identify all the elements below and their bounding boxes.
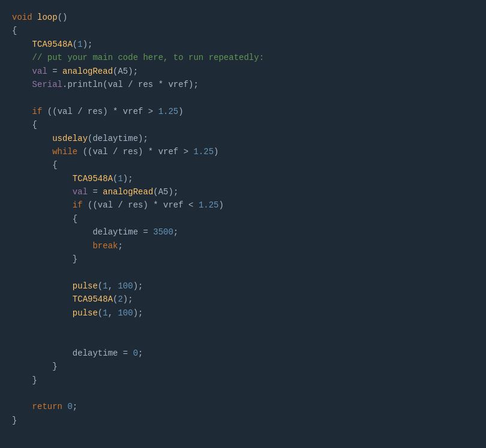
code-line: [12, 387, 474, 400]
code-line: }: [12, 414, 474, 427]
code-token: pulse: [73, 279, 98, 293]
code-token: 1.25: [199, 199, 219, 212]
code-token: [12, 145, 52, 158]
code-token: [12, 212, 73, 225]
code-token: 1: [77, 38, 82, 51]
code-token: break: [92, 239, 118, 252]
code-token: [12, 118, 32, 131]
code-token: 2: [118, 293, 122, 306]
code-token: (: [98, 279, 103, 293]
code-token: val: [73, 185, 88, 199]
code-token: );: [133, 279, 143, 293]
code-line: val = analogRead(A5);: [12, 185, 474, 199]
code-token: }: [32, 374, 37, 387]
code-token: [12, 65, 32, 78]
code-line: delaytime = 0;: [12, 347, 474, 360]
code-token: [12, 38, 32, 51]
code-token: delaytime =: [73, 347, 133, 360]
code-token: );: [123, 172, 133, 185]
code-token: ;: [173, 225, 178, 239]
code-token: }: [52, 360, 57, 373]
code-token: );: [123, 293, 133, 306]
code-token: ,: [108, 279, 118, 293]
code-token: (: [113, 172, 118, 185]
code-line: }: [12, 252, 474, 266]
code-token: analogRead: [62, 65, 113, 78]
code-line: }: [12, 374, 474, 387]
code-line: break;: [12, 239, 474, 252]
code-line: [12, 320, 474, 333]
code-token: [12, 374, 32, 387]
code-line: TCA9548A(2);: [12, 293, 474, 306]
code-token: void: [12, 11, 37, 24]
code-token: [12, 132, 52, 145]
code-token: [12, 293, 73, 306]
code-token: ;: [118, 239, 122, 252]
code-token: ): [218, 199, 223, 212]
code-line: {: [12, 118, 474, 131]
code-line: TCA9548A(1);: [12, 172, 474, 185]
code-token: [12, 78, 32, 91]
code-token: {: [32, 118, 37, 131]
code-token: {: [12, 24, 17, 37]
code-token: Serial: [32, 78, 62, 91]
code-token: TCA9548A: [73, 172, 113, 185]
code-token: {: [73, 212, 77, 225]
code-token: );: [133, 306, 143, 320]
code-token: 3500: [153, 225, 173, 239]
code-line: [12, 266, 474, 279]
code-token: (): [58, 11, 68, 24]
code-token: (: [113, 293, 118, 306]
code-token: pulse: [73, 306, 98, 320]
code-line: {: [12, 158, 474, 172]
code-token: 0: [133, 347, 138, 360]
code-line: if ((val / res) * vref > 1.25): [12, 105, 474, 118]
code-token: ): [214, 145, 218, 158]
code-token: (: [73, 38, 77, 51]
code-line: return 0;: [12, 400, 474, 413]
code-token: 1: [103, 279, 107, 293]
code-token: val: [32, 65, 47, 78]
code-token: 100: [118, 306, 133, 320]
code-token: 0: [67, 400, 72, 413]
code-token: [12, 105, 32, 118]
code-token: ((val / res) * vref >: [77, 145, 193, 158]
code-token: .println(val / res * vref);: [62, 78, 199, 91]
code-token: [12, 51, 32, 64]
code-editor: void loop(){ TCA9548A(1); // put your ma…: [0, 6, 486, 439]
code-token: [12, 158, 52, 172]
code-token: delaytime =: [92, 225, 153, 239]
code-token: =: [47, 65, 62, 78]
code-line: TCA9548A(1);: [12, 38, 474, 51]
code-token: ): [178, 105, 183, 118]
code-line: [12, 333, 474, 346]
code-line: {: [12, 24, 474, 37]
code-token: 1.25: [193, 145, 214, 158]
code-token: if: [32, 105, 43, 118]
code-token: }: [12, 414, 17, 427]
code-line: while ((val / res) * vref > 1.25): [12, 145, 474, 158]
code-token: analogRead: [103, 185, 153, 199]
code-token: [12, 306, 73, 320]
code-line: Serial.println(val / res * vref);: [12, 78, 474, 91]
code-token: 1: [118, 172, 122, 185]
code-content: void loop(){ TCA9548A(1); // put your ma…: [12, 11, 474, 427]
code-token: loop: [37, 11, 58, 24]
code-token: );: [83, 38, 93, 51]
code-token: [12, 252, 73, 266]
code-token: [12, 239, 92, 252]
code-line: [12, 91, 474, 104]
code-line: delaytime = 3500;: [12, 225, 474, 239]
code-token: [12, 172, 73, 185]
code-line: pulse(1, 100);: [12, 279, 474, 293]
code-token: TCA9548A: [32, 38, 73, 51]
code-token: [62, 400, 67, 413]
code-token: usdelay: [52, 132, 88, 145]
code-token: [12, 400, 32, 413]
code-line: usdelay(delaytime);: [12, 132, 474, 145]
code-line: val = analogRead(A5);: [12, 65, 474, 78]
code-token: if: [73, 199, 83, 212]
code-token: while: [52, 145, 77, 158]
code-token: [12, 360, 52, 373]
code-token: 1: [103, 306, 107, 320]
